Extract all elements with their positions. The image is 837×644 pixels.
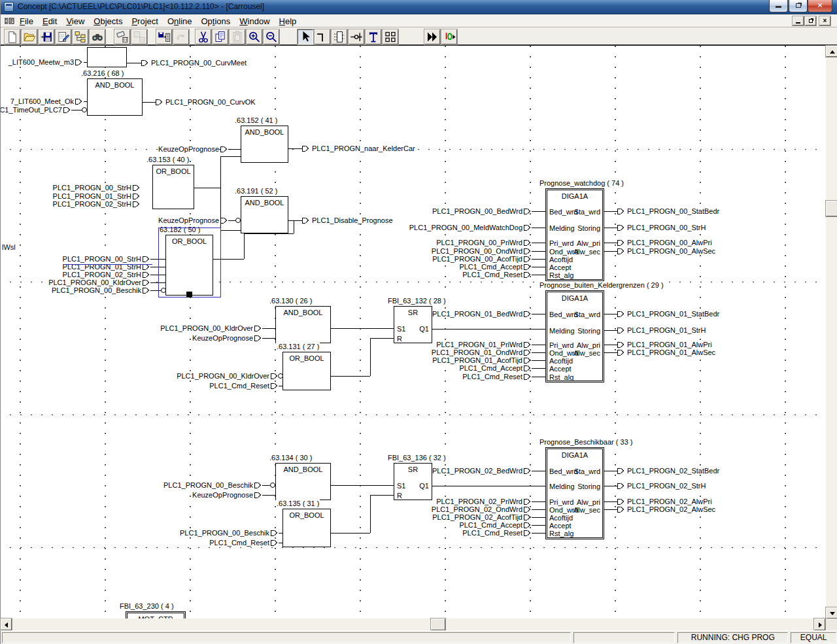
- minimize-button[interactable]: [769, 0, 788, 12]
- mdi-close-button[interactable]: ×: [819, 16, 830, 25]
- block-diga-33[interactable]: DIGA1ABed_wrdMeldingPri_wrdOnd_wrdAcofti…: [545, 447, 604, 539]
- block-diga-29[interactable]: DIGA1ABed_wrdMeldingPri_wrdOnd_wrdAcofti…: [545, 290, 604, 382]
- copy-button[interactable]: [213, 29, 228, 44]
- connector-icon[interactable]: [617, 507, 626, 513]
- block-top-partial[interactable]: [87, 47, 127, 67]
- save-button[interactable]: [39, 29, 54, 44]
- restore-button[interactable]: [789, 0, 808, 12]
- block-or-131[interactable]: OR_BOOL: [282, 352, 331, 390]
- track-mode-button[interactable]: [424, 29, 440, 44]
- output-variable[interactable]: PLC1_PROGN_01_StrH: [627, 326, 706, 334]
- connector-icon[interactable]: [143, 256, 151, 262]
- connector-icon[interactable]: [524, 530, 532, 536]
- input-variable[interactable]: PLC1_PROGN_00_StrH: [53, 184, 131, 192]
- input-variable[interactable]: PLC1_PROGN_02_StrH: [63, 271, 141, 279]
- connector-icon[interactable]: [254, 492, 263, 498]
- scroll-left-button[interactable]: [1, 619, 12, 630]
- connector-icon[interactable]: [271, 540, 279, 546]
- connector-icon[interactable]: [524, 499, 532, 505]
- input-variable[interactable]: PLC1_PROGN_02_AcofTijd: [432, 513, 522, 521]
- input-variable[interactable]: PLC1_PROGN_01_PriWrd: [436, 341, 522, 348]
- connector-icon[interactable]: [524, 374, 532, 380]
- input-variable[interactable]: PLC1_Cmd_Accept: [459, 364, 522, 372]
- output-variable[interactable]: PLC1_PROGN_01_AlwPri: [627, 341, 712, 348]
- scroll-down-button[interactable]: [826, 607, 837, 619]
- connector-icon[interactable]: [524, 522, 532, 528]
- connector-icon[interactable]: [524, 365, 532, 371]
- vertical-scrollbar[interactable]: [826, 46, 837, 619]
- connector-icon[interactable]: [143, 264, 151, 270]
- link-button[interactable]: [315, 29, 330, 44]
- block-sr-132[interactable]: SRS1RQ1: [394, 306, 432, 343]
- invert-button[interactable]: [349, 29, 364, 44]
- align-button[interactable]: [383, 29, 398, 44]
- input-variable[interactable]: PLC1_PROGN_00_Beschik: [163, 481, 253, 489]
- input-variable[interactable]: PLC1_PROGN_00_BedWrd: [432, 207, 522, 215]
- undo-button[interactable]: [173, 29, 189, 44]
- input-variable[interactable]: PLC1_PROGN_00_Beschik: [52, 286, 141, 294]
- menu-file[interactable]: File: [15, 16, 38, 27]
- connector-icon[interactable]: [133, 201, 141, 207]
- open-button[interactable]: [22, 29, 37, 44]
- input-variable[interactable]: PLC1_PROGN_02_BedWrd: [432, 467, 522, 475]
- ffb-button[interactable]: [332, 29, 347, 44]
- output-variable[interactable]: PLC1_PROGN_00_StatBedr: [627, 207, 719, 215]
- input-variable[interactable]: PLC1_PROGN_00_StrH: [63, 255, 141, 263]
- output-variable[interactable]: PLC1_PROGN_00_StrH: [627, 224, 706, 231]
- vertical-scroll-thumb[interactable]: [826, 201, 837, 216]
- mdi-restore-button[interactable]: [805, 16, 816, 25]
- input-variable[interactable]: KeuzeOpPrognose: [192, 334, 253, 342]
- menu-online[interactable]: Online: [163, 16, 197, 27]
- input-variable[interactable]: PLC1_Cmd_Reset: [462, 529, 522, 537]
- connector-icon[interactable]: [220, 218, 229, 224]
- input-variable[interactable]: PLC1_PROGN_01_OndWrd: [432, 348, 522, 356]
- connector-icon[interactable]: [156, 99, 164, 105]
- load-section-button[interactable]: [156, 29, 172, 44]
- connector-icon[interactable]: [524, 272, 532, 278]
- connector-icon[interactable]: [271, 530, 279, 536]
- title-bar[interactable]: Concept [C:\ACTUEEL\PLC\PLC01\PLC1]<10.1…: [1, 0, 837, 14]
- connector-icon[interactable]: [524, 256, 532, 262]
- connector-icon[interactable]: [617, 342, 626, 348]
- block-and-216[interactable]: AND_BOOL: [87, 78, 143, 116]
- connector-icon[interactable]: [75, 59, 84, 65]
- menu-help[interactable]: Help: [275, 16, 301, 27]
- input-variable[interactable]: _LIT600_Meetw_m3: [9, 58, 74, 66]
- input-variable[interactable]: PLC1_Cmd_Reset: [462, 271, 522, 279]
- input-variable[interactable]: PLC1_PROGN_01_StrH: [53, 192, 131, 200]
- menu-project[interactable]: Project: [127, 16, 162, 27]
- menu-objects[interactable]: Objects: [89, 16, 127, 27]
- connector-icon[interactable]: [524, 240, 532, 246]
- new-button[interactable]: [5, 29, 20, 44]
- connector-icon[interactable]: [302, 146, 311, 152]
- output-variable[interactable]: PLC1_PROGN_02_StatBedr: [627, 467, 719, 475]
- block-or-135[interactable]: OR_BOOL: [282, 509, 331, 547]
- project-browser-button[interactable]: [73, 29, 88, 44]
- input-variable[interactable]: PLC1_Cmd_Reset: [462, 373, 522, 381]
- input-variable[interactable]: PLC1_PROGN_02_OndWrd: [432, 505, 522, 513]
- selection-handle[interactable]: [186, 292, 192, 297]
- block-sr-136[interactable]: SRS1RQ1: [394, 463, 432, 500]
- input-variable[interactable]: PLC1_Cmd_Reset: [209, 382, 269, 390]
- input-variable[interactable]: PLC1_PROGN_02_StrH: [53, 200, 131, 208]
- block-and-134[interactable]: AND_BOOL: [275, 463, 331, 500]
- diagram-canvas[interactable]: AND_BOOL.63.216 ( 68 )AND_BOOL.63.152 ( …: [1, 46, 826, 619]
- input-variable[interactable]: PLC1_PROGN_01_BedWrd: [432, 310, 522, 318]
- output-variable[interactable]: PLC1_PROGN_02_StrH: [627, 482, 706, 490]
- connector-icon[interactable]: [524, 515, 532, 520]
- connector-icon[interactable]: [524, 358, 532, 364]
- connector-icon[interactable]: [524, 507, 532, 513]
- scroll-right-button[interactable]: [814, 619, 825, 630]
- delete-section-button[interactable]: [114, 29, 130, 44]
- input-variable[interactable]: KeuzeOpPrognose: [158, 145, 219, 153]
- connector-icon[interactable]: [617, 209, 626, 214]
- output-variable[interactable]: PLC1_PROGN_02_AlwSec: [627, 505, 715, 513]
- connector-icon[interactable]: [141, 60, 150, 66]
- connector-icon[interactable]: [524, 225, 532, 231]
- connector-icon[interactable]: [254, 335, 263, 341]
- connector-icon[interactable]: [524, 342, 532, 348]
- input-variable[interactable]: PLC1_PROGN_00_MeldWatchDog: [409, 224, 522, 231]
- connector-icon[interactable]: [133, 194, 141, 199]
- connector-icon[interactable]: [63, 107, 72, 113]
- find-button[interactable]: [90, 29, 105, 44]
